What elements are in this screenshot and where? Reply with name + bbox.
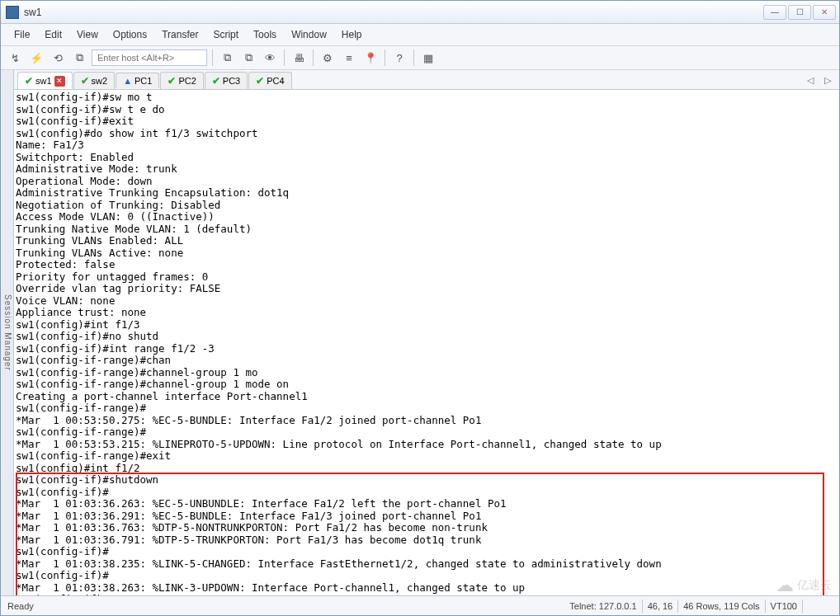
tab-pc4[interactable]: ✔ PC4	[248, 72, 291, 89]
cancel-icon[interactable]: ⟲	[49, 49, 67, 67]
toolbar-separator	[385, 49, 385, 66]
tab-label: PC1	[134, 76, 152, 86]
check-icon: ✔	[256, 75, 264, 87]
check-icon: ✔	[212, 75, 220, 87]
toolbar-separator	[212, 49, 213, 66]
print-icon[interactable]: 🖶	[290, 49, 308, 67]
quickconnect-icon[interactable]: ⚡	[27, 49, 45, 67]
terminal-output[interactable]: sw1(config-if)#sw mo t sw1(config-if)#sw…	[14, 90, 839, 595]
toolbar-separator	[413, 49, 414, 66]
tab-bar: ✔ sw1 ✕ ✔ sw2 ▲ PC1 ✔ PC2 ✔	[14, 70, 839, 90]
close-button[interactable]: ✕	[813, 5, 836, 20]
check-icon: ✔	[25, 75, 33, 87]
menu-bar: File Edit View Options Transfer Script T…	[1, 24, 839, 46]
tab-label: PC2	[178, 76, 196, 86]
session-manager-panel[interactable]: Session Manager	[1, 70, 14, 595]
host-input[interactable]	[92, 49, 207, 66]
menu-edit[interactable]: Edit	[38, 26, 68, 43]
status-connection: Telnet: 127.0.0.1	[569, 601, 636, 611]
status-term: VT100	[771, 601, 797, 611]
toolbar: ↯ ⚡ ⟲ ⧉ ⧉ ⧉ 👁 🖶 ⚙ ≡ 📍 ? ▦	[1, 46, 839, 70]
check-icon: ✔	[168, 75, 176, 87]
status-bar: Ready Telnet: 127.0.0.1 46, 16 46 Rows, …	[1, 595, 839, 615]
tab-label: sw1	[35, 76, 52, 86]
app-icon	[6, 6, 19, 19]
help-icon[interactable]: ?	[390, 49, 408, 67]
settings-icon[interactable]: ⚙	[319, 49, 337, 67]
menu-tools[interactable]: Tools	[247, 26, 283, 43]
maximize-button[interactable]: ☐	[788, 5, 811, 20]
paste-icon[interactable]: ⧉	[239, 49, 257, 67]
tab-pc1[interactable]: ▲ PC1	[116, 73, 159, 88]
tab-sw1[interactable]: ✔ sw1 ✕	[17, 72, 73, 89]
tab-pc3[interactable]: ✔ PC3	[205, 72, 248, 89]
tab-scroll-left[interactable]: ◁	[802, 75, 819, 86]
copy-icon[interactable]: ⧉	[218, 49, 236, 67]
menu-view[interactable]: View	[70, 26, 105, 43]
app-window: sw1 — ☐ ✕ File Edit View Options Transfe…	[0, 0, 840, 616]
warning-icon: ▲	[123, 76, 132, 86]
menu-file[interactable]: File	[7, 26, 36, 43]
status-ready: Ready	[7, 601, 34, 611]
menu-help[interactable]: Help	[335, 26, 369, 43]
window-title: sw1	[24, 7, 763, 18]
status-size: 46 Rows, 119 Cols	[683, 601, 759, 611]
tab-pc2[interactable]: ✔ PC2	[160, 72, 203, 89]
minimize-button[interactable]: —	[763, 5, 786, 20]
check-icon: ✔	[81, 75, 89, 87]
tab-label: PC4	[267, 76, 284, 86]
tab-label: sw2	[92, 76, 108, 86]
pin-icon[interactable]: 📍	[361, 49, 380, 67]
title-bar[interactable]: sw1 — ☐ ✕	[1, 1, 839, 24]
close-tab-icon[interactable]: ✕	[54, 76, 65, 87]
reconnect-icon[interactable]: ↯	[6, 49, 24, 67]
menu-window[interactable]: Window	[285, 26, 333, 43]
menu-options[interactable]: Options	[106, 26, 153, 43]
extra-icon[interactable]: ▦	[419, 49, 437, 67]
toolbar-separator	[313, 49, 314, 66]
tab-label: PC3	[223, 76, 240, 86]
tab-scroll-right[interactable]: ▷	[819, 75, 836, 86]
sessions-icon[interactable]: ⧉	[70, 49, 88, 67]
tab-sw2[interactable]: ✔ sw2	[73, 72, 116, 89]
find-icon[interactable]: 👁	[261, 49, 279, 67]
toolbar-separator	[284, 49, 285, 66]
lines-icon[interactable]: ≡	[340, 49, 358, 67]
menu-script[interactable]: Script	[206, 26, 245, 43]
status-cursor: 46, 16	[648, 601, 673, 611]
menu-transfer[interactable]: Transfer	[155, 26, 205, 43]
